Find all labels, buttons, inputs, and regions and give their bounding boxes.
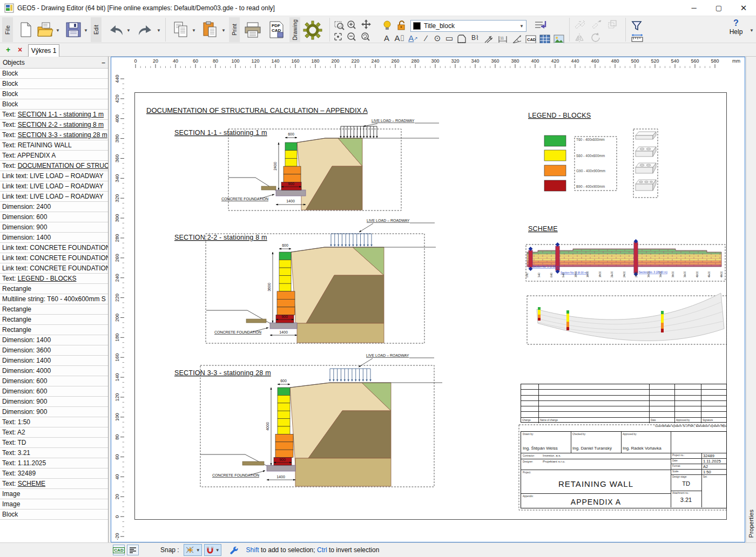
- object-list-item[interactable]: Rectangle: [0, 284, 108, 294]
- object-list-item[interactable]: Dimension: 3600: [0, 345, 108, 356]
- paste-menu-caret[interactable]: ▼: [221, 28, 226, 33]
- foundation-1[interactable]: [276, 190, 306, 196]
- foundation-2[interactable]: [270, 323, 297, 329]
- settings-wrench-icon[interactable]: [229, 545, 239, 555]
- main-title[interactable]: DOCUMENTATION OF STRUCTURAL CALCULATION …: [146, 106, 368, 114]
- spline-tool-icon[interactable]: B⌇: [469, 34, 482, 42]
- object-list-item[interactable]: Text: RETAINING WALL: [0, 140, 108, 151]
- help-button[interactable]: ? Help: [724, 18, 748, 36]
- legend-swatch-s60[interactable]: [544, 150, 566, 161]
- snap-mode-button[interactable]: ▼: [184, 544, 202, 556]
- unlock-icon[interactable]: [395, 19, 407, 31]
- object-list-item[interactable]: Dimension: 600: [0, 386, 108, 397]
- object-list-item[interactable]: Dimension: 600: [0, 376, 108, 386]
- zoom-in-icon[interactable]: [348, 21, 355, 29]
- export-pdf-cad-button[interactable]: PDFCAD: [267, 21, 286, 39]
- drawing-viewport[interactable]: 0204060801001201401601802002202402602803…: [111, 57, 745, 542]
- object-list-item[interactable]: Image: [0, 489, 108, 499]
- object-list-item[interactable]: Link text: LIVE LOAD – ROADWAY: [0, 181, 108, 192]
- measure-ruler-icon[interactable]: [631, 33, 645, 43]
- open-file-button[interactable]: [36, 21, 54, 39]
- list-view-icon[interactable]: [127, 545, 139, 555]
- legend-swatch-b90[interactable]: [544, 180, 566, 191]
- maximize-button[interactable]: ▢: [706, 0, 731, 16]
- print-button[interactable]: [243, 21, 262, 39]
- zoom-extents-icon[interactable]: [335, 33, 341, 40]
- object-list-item[interactable]: Dimension: 4000: [0, 366, 108, 376]
- object-list-item[interactable]: Dimension: 1400: [0, 335, 108, 345]
- text-tool-icon[interactable]: A: [381, 33, 392, 43]
- apply-layer-icon[interactable]: [534, 19, 548, 32]
- object-list-item[interactable]: Text: APPENDIX A: [0, 151, 108, 161]
- drawing-group-label[interactable]: Drawing: [289, 17, 300, 42]
- open-menu-caret[interactable]: ▼: [56, 28, 60, 33]
- add-tab-button[interactable]: +: [3, 45, 13, 55]
- pan-icon[interactable]: [361, 19, 371, 29]
- copy-button[interactable]: [172, 21, 190, 39]
- rectangle-tool-icon[interactable]: ▭: [444, 33, 455, 43]
- object-list-item[interactable]: Text: A2: [0, 427, 108, 438]
- line-tool-icon[interactable]: ∕: [421, 33, 431, 43]
- move-object-icon[interactable]: [592, 21, 601, 29]
- new-drawing-button[interactable]: [16, 21, 35, 39]
- snap-mode-caret[interactable]: ▼: [196, 548, 200, 553]
- object-list-item[interactable]: Text: 1.11.2025: [0, 458, 108, 468]
- object-list-item[interactable]: Link text: LIVE LOAD – ROADWAY: [0, 192, 108, 202]
- object-list-item[interactable]: Text: TD: [0, 438, 108, 448]
- visibility-bulb-icon[interactable]: [381, 19, 393, 31]
- zoom-window-icon[interactable]: [335, 22, 344, 30]
- magnet-snap-button[interactable]: ▼: [204, 544, 221, 556]
- foundation-3[interactable]: [267, 465, 295, 471]
- object-list-item[interactable]: Text: SCHEME: [0, 479, 108, 489]
- object-list-item[interactable]: Dimension: 2400: [0, 202, 108, 212]
- object-list-item[interactable]: Link text: CONCRETE FOUNDATION: [0, 243, 108, 253]
- undo-menu-caret[interactable]: ▼: [126, 28, 131, 33]
- undo-button[interactable]: [106, 22, 125, 38]
- close-button[interactable]: ✕: [731, 0, 756, 16]
- legend-swatch-t60[interactable]: [544, 135, 566, 146]
- zoom-out-icon[interactable]: [348, 33, 355, 40]
- collapse-panel-button[interactable]: –: [102, 59, 105, 66]
- cad-mode-icon[interactable]: CAD: [113, 545, 125, 555]
- object-list-item[interactable]: Image: [0, 499, 108, 510]
- save-button[interactable]: [64, 21, 82, 39]
- redo-button[interactable]: [136, 22, 156, 38]
- object-list-item[interactable]: Rectangle: [0, 325, 108, 335]
- text-cursor-tool-icon[interactable]: A⌷: [393, 33, 406, 43]
- rotate-icon[interactable]: [592, 33, 599, 42]
- object-list-item[interactable]: Link text: LIVE LOAD – ROADWAY: [0, 171, 108, 181]
- object-list-item[interactable]: Block: [0, 510, 108, 520]
- file-group-label[interactable]: File: [2, 17, 13, 42]
- object-list-item[interactable]: Text: SECTION 3-3 - stationing 28 m: [0, 130, 108, 140]
- settings-gear-icon[interactable]: [302, 20, 323, 40]
- object-list-item[interactable]: Link text: CONCRETE FOUNDATION: [0, 253, 108, 263]
- object-list-item[interactable]: Text: SECTION 2-2 - stationing 8 m: [0, 120, 108, 130]
- copy-object-icon[interactable]: [575, 21, 585, 29]
- object-list-item[interactable]: Block: [0, 99, 108, 110]
- object-list-item[interactable]: Dimension: 900: [0, 222, 108, 233]
- link-text-tool-icon[interactable]: A↗: [407, 33, 419, 43]
- object-list-item[interactable]: Text: LEGEND - BLOCKS: [0, 274, 108, 284]
- object-list-item[interactable]: Text: SECTION 1-1 - stationing 1 m: [0, 110, 108, 120]
- layer-combo-caret[interactable]: ▼: [519, 24, 524, 29]
- object-list-item[interactable]: Dimension: 1400: [0, 233, 108, 243]
- copy-3d-icon[interactable]: [609, 21, 616, 28]
- object-list-item[interactable]: Rectangle: [0, 315, 108, 325]
- circle-tool-icon[interactable]: ⊙: [432, 33, 443, 43]
- object-list-item[interactable]: Text: 32489: [0, 468, 108, 479]
- redo-menu-caret[interactable]: ▼: [157, 28, 161, 33]
- object-list-item[interactable]: Multiline string: T60 - 400x600mm S: [0, 294, 108, 304]
- save-menu-caret[interactable]: ▼: [84, 28, 88, 33]
- properties-tab[interactable]: Properties: [746, 502, 756, 545]
- object-list-item[interactable]: Dimension: 900: [0, 397, 108, 407]
- copy-menu-caret[interactable]: ▼: [192, 28, 196, 33]
- zoom-previous-icon[interactable]: [362, 33, 369, 40]
- object-list-item[interactable]: Block: [0, 69, 108, 79]
- minimize-button[interactable]: ─: [681, 0, 706, 16]
- object-list-item[interactable]: Block: [0, 79, 108, 89]
- edit-group-label[interactable]: Edit: [91, 17, 102, 42]
- help-menu-caret[interactable]: ▼: [750, 28, 754, 33]
- magnet-snap-caret[interactable]: ▼: [215, 548, 220, 553]
- print-group-label[interactable]: Print: [229, 17, 240, 42]
- mirror-icon[interactable]: [576, 33, 583, 42]
